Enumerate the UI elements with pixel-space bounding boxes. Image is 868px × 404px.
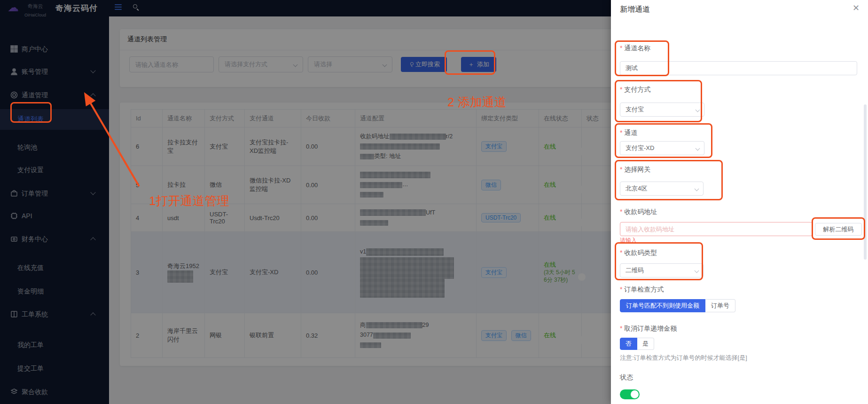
status-label: 状态 bbox=[620, 373, 633, 382]
add-channel-drawer: 新增通道 ✕ 通道名称 支付方式 支付宝 通道 支付宝-XD 选择网关 北京4区… bbox=[611, 0, 868, 404]
qr-type-select[interactable]: 二维码 bbox=[620, 263, 704, 277]
order-check-option-orderno[interactable]: 订单号 bbox=[705, 299, 735, 312]
pay-method-label: 支付方式 bbox=[620, 86, 650, 94]
drawer-title: 新增通道 bbox=[620, 5, 650, 15]
order-check-label: 订单检查方式 bbox=[620, 285, 664, 294]
drawer-scrollbar[interactable] bbox=[864, 104, 867, 260]
chevron-down-icon bbox=[695, 269, 699, 273]
cancel-increment-label: 取消订单递增金额 bbox=[620, 325, 677, 333]
cancel-option-no[interactable]: 否 bbox=[620, 338, 637, 350]
channel-name-label: 通道名称 bbox=[620, 44, 650, 53]
qr-address-field[interactable] bbox=[626, 226, 807, 233]
cancel-increment-group: 否 是 bbox=[620, 338, 654, 350]
chevron-down-icon bbox=[695, 187, 699, 191]
qr-address-field-wrap bbox=[620, 222, 813, 236]
chevron-down-icon bbox=[696, 108, 700, 112]
pay-method-select[interactable]: 支付宝 bbox=[620, 103, 704, 117]
order-check-option-amount[interactable]: 订单号匹配不到则使用金额 bbox=[620, 299, 705, 312]
channel-label: 通道 bbox=[620, 129, 637, 137]
qr-error-text: 请输入 bbox=[620, 237, 637, 245]
channel-select[interactable]: 支付宝-XD bbox=[620, 141, 704, 155]
order-check-group: 订单号匹配不到则使用金额 订单号 bbox=[620, 299, 735, 312]
gateway-select[interactable]: 北京4区 bbox=[620, 182, 704, 196]
qr-address-label: 收款码地址 bbox=[620, 208, 657, 216]
close-icon[interactable]: ✕ bbox=[852, 4, 860, 12]
status-toggle[interactable] bbox=[620, 389, 640, 399]
order-check-note: 注意:订单检查方式为订单号的时候才能选择[是] bbox=[620, 354, 747, 362]
chevron-down-icon bbox=[696, 146, 700, 151]
parse-qr-button[interactable]: 解析二维码 bbox=[815, 223, 862, 236]
channel-name-field-wrap bbox=[620, 61, 857, 75]
qr-type-label: 收款码类型 bbox=[620, 249, 657, 257]
channel-name-field[interactable] bbox=[626, 65, 852, 72]
cancel-option-yes[interactable]: 是 bbox=[637, 338, 654, 350]
gateway-label: 选择网关 bbox=[620, 166, 650, 174]
